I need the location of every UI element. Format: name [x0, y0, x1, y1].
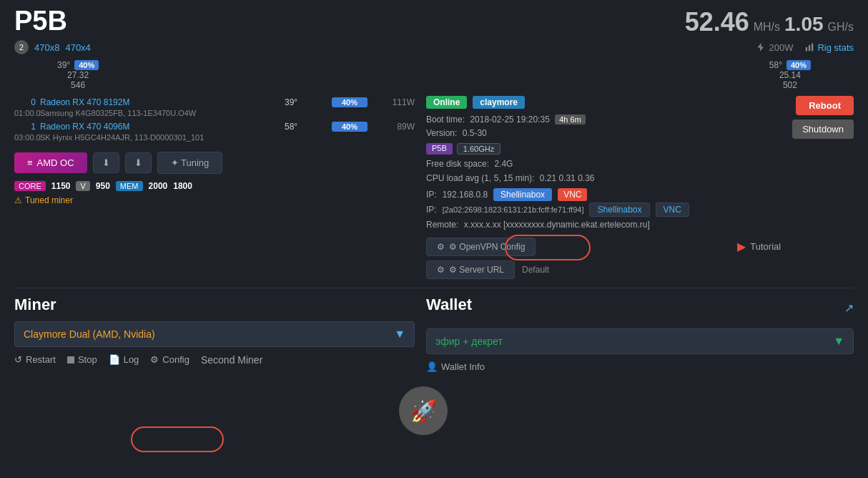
restart-icon: ↺	[14, 354, 22, 365]
oc-v-label: V	[76, 181, 89, 191]
gpu0-name[interactable]: Radeon RX 470 8192M	[40, 97, 280, 107]
board-badge: P5B	[426, 143, 453, 155]
oc-mem-label: MEM	[116, 181, 143, 191]
right-top-actions: Reboot Shutdown	[792, 96, 854, 139]
gpu0-time: 01:00.0	[14, 109, 36, 117]
oc-core-value: 1150	[51, 181, 71, 191]
gpu-table: 0 Radeon RX 470 8192M 39° 40% 111W 01:00…	[14, 96, 415, 145]
warning-icon: ⚠	[14, 195, 22, 205]
server-url-button[interactable]: ⚙ ⚙ Server URL	[426, 260, 515, 279]
boot-time-line: Boot time: 2018-02-25 19:20:35 4h 6m	[426, 113, 781, 127]
miner-chevron-icon: ▼	[394, 328, 405, 341]
gpu0-temp: 39°	[285, 97, 327, 107]
gpu0-bar-fan: 40%	[74, 60, 99, 70]
worker-count-badge: 2	[14, 40, 29, 54]
rocket-icon: 🚀	[399, 386, 448, 435]
miner-section: Miner Claymore Dual (AMD, Nvidia) ▼ ↺ Re…	[14, 296, 415, 372]
gpu1-temp: 58°	[285, 122, 327, 132]
wallet-section: Wallet ↗ эфир + декрет ▼ 👤 Wallet Info	[426, 296, 854, 372]
gpu1-name[interactable]: Radeon RX 470 4096M	[40, 122, 280, 132]
wallet-chevron-icon: ▼	[833, 335, 844, 348]
ip1-row: IP: 192.168.0.8 Shellinabox VNC	[426, 188, 781, 201]
oc-params: CORE 1150 V 950 MEM 2000 1800	[14, 181, 415, 191]
gpu1-bar-temp: 58°	[769, 60, 782, 70]
gpu-bar-0: 39° 40% 27.32 546	[57, 60, 99, 90]
gpu0-index: 0	[14, 97, 36, 107]
rig-stats-link[interactable]: Rig stats	[804, 42, 854, 53]
restart-link[interactable]: ↺ Restart	[14, 354, 56, 365]
wallet-title: Wallet	[426, 296, 472, 314]
section-divider	[14, 288, 854, 288]
rig-meta: 200W Rig stats	[756, 42, 854, 53]
vnc2-link[interactable]: VNC	[656, 203, 689, 217]
amd-oc-button[interactable]: ≡ AMD OC	[14, 152, 87, 173]
config-link[interactable]: ⚙ Config	[150, 354, 189, 365]
cpu-line: CPU load avg (1, 5, 15 min): 0.21 0.31 0…	[426, 172, 781, 185]
uptime-badge: 4h 6m	[555, 114, 586, 125]
wallet-expand-icon[interactable]: ↗	[844, 301, 854, 315]
gpu0-bar-watt: 546	[71, 80, 85, 90]
vnc1-link[interactable]: VNC	[558, 188, 587, 201]
wallet-select-row[interactable]: эфир + декрет ▼	[426, 328, 854, 354]
tuning-button[interactable]: ✦ Tuning	[157, 152, 223, 174]
hashrate-display: 52.46 MH/s 1.05 GH/s	[685, 7, 854, 37]
download-btn-1[interactable]: ⬇	[93, 152, 119, 173]
rocket-container: 🚀	[399, 386, 448, 435]
openvpn-config-button[interactable]: ⚙ ⚙ OpenVPN Config	[426, 238, 536, 256]
wallet-header: Wallet ↗	[426, 296, 854, 321]
gpu1-bar-fan: 40%	[786, 60, 811, 70]
tutorial-link[interactable]: ▶ Tutorial	[737, 240, 781, 253]
action-bar: ≡ AMD OC ⬇ ⬇ ✦ Tuning	[14, 152, 415, 174]
annotation-circle-2	[131, 426, 224, 452]
gpu0-fan: 40%	[332, 97, 368, 107]
disk-line: Free disk space: 2.4G	[426, 157, 781, 171]
content-grid: 0 Radeon RX 470 8192M 39° 40% 111W 01:00…	[14, 96, 854, 279]
gpu1-bar-hashrate: 25.14	[779, 70, 801, 80]
gpu1-time: 03:00.0	[14, 133, 36, 142]
bottom-grid: Miner Claymore Dual (AMD, Nvidia) ▼ ↺ Re…	[14, 296, 854, 372]
stop-link[interactable]: Stop	[67, 354, 97, 365]
tuned-warning: ⚠ Tuned miner	[14, 195, 415, 205]
gpu-bar-1: 58° 40% 25.14 502	[769, 60, 811, 90]
miner-title: Miner	[14, 296, 415, 314]
gpu0-watt: 111W	[372, 97, 415, 107]
reboot-button[interactable]: Reboot	[796, 96, 854, 115]
hashrate-secondary-unit: GH/s	[828, 21, 854, 34]
shutdown-button[interactable]: Shutdown	[792, 120, 854, 139]
rig-name: P5B	[14, 7, 67, 34]
gpu1-watt: 89W	[372, 122, 415, 132]
status-row: Online claymore	[426, 96, 781, 109]
gpu-bars-row: 39° 40% 27.32 546 58° 40% 25.14 502	[14, 60, 854, 90]
svg-rect-2	[812, 44, 813, 52]
filter-icon: ≡	[27, 157, 33, 168]
hashrate-secondary: 1.05	[784, 13, 824, 36]
shellinabox1-link[interactable]: Shellinabox	[493, 188, 552, 201]
gpu0-bar-hashrate: 27.32	[67, 70, 89, 80]
gear-icon: ⚙	[437, 242, 445, 252]
download-btn-2[interactable]: ⬇	[125, 152, 152, 173]
left-panel: 0 Radeon RX 470 8192M 39° 40% 111W 01:00…	[14, 96, 415, 279]
gpu1-model: SK Hynix H5GC4H24AJR, 113-D0000301_101	[40, 133, 415, 142]
version-line: Version: 0.5-30	[426, 127, 781, 140]
gpu0-model: Samsung K4G80325FB, 113-1E3470U.O4W	[40, 109, 415, 117]
ip2-row: IP: [2a02:2698:1823:6131:21b:fcff:fe71:f…	[426, 203, 781, 217]
oc-core-label: CORE	[14, 181, 46, 191]
oc-mem-value2: 1800	[173, 181, 192, 191]
wallet-info-link[interactable]: 👤 Wallet Info	[426, 361, 854, 372]
log-link[interactable]: 📄 Log	[109, 354, 139, 365]
wallet-selected: эфир + декрет	[435, 336, 503, 347]
worker-tag-2[interactable]: 470x4	[65, 42, 90, 53]
default-label: Default	[522, 265, 549, 275]
second-miner-link[interactable]: Second Miner	[201, 354, 262, 366]
board-freq-row: P5B 1.60GHz	[426, 143, 781, 155]
worker-tag-1[interactable]: 470x8	[34, 42, 59, 53]
miner-badge: claymore	[473, 96, 525, 109]
shellinabox2-link[interactable]: Shellinabox	[589, 203, 649, 217]
hashrate-primary-unit: MH/s	[754, 21, 780, 34]
right-panel: Online claymore Boot time: 2018-02-25 19…	[426, 96, 854, 279]
gpu0-bar-temp: 39°	[57, 60, 70, 70]
miner-select-row[interactable]: Claymore Dual (AMD, Nvidia) ▼	[14, 321, 415, 347]
wallet-info-icon: 👤	[426, 361, 438, 372]
freq-badge: 1.60GHz	[457, 143, 500, 155]
youtube-icon: ▶	[737, 240, 746, 253]
